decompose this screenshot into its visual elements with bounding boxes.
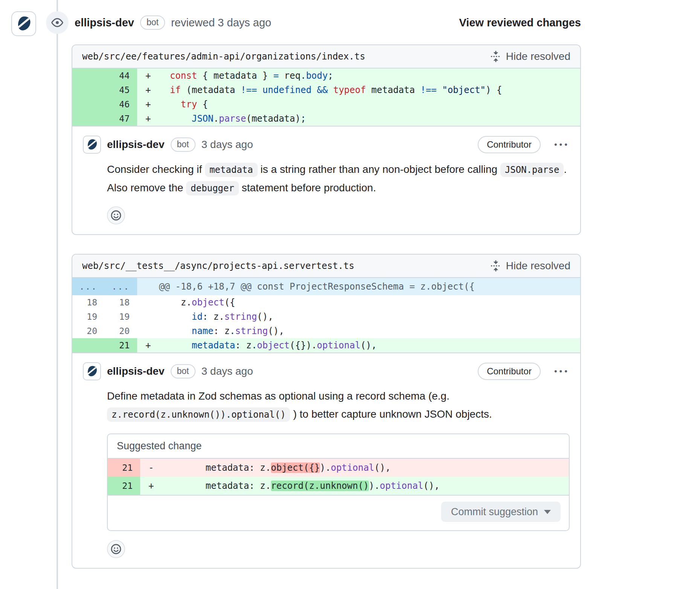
code-token: ; bbox=[328, 70, 333, 81]
code-token: id bbox=[192, 311, 203, 322]
smiley-icon bbox=[110, 543, 122, 555]
new-line-number: 21 bbox=[105, 338, 137, 352]
review-thread-card-2: web/src/__tests__/async/projects-api.ser… bbox=[72, 254, 581, 569]
suggested-change-block: Suggested change 21- metadata: z.object(… bbox=[107, 433, 570, 531]
review-action-text: reviewed 3 days ago bbox=[171, 17, 271, 29]
bot-badge: bot bbox=[140, 15, 165, 30]
code-token: const bbox=[170, 70, 197, 81]
code-token bbox=[159, 326, 192, 336]
code-token: !== bbox=[420, 85, 437, 95]
old-line-number: ... bbox=[72, 278, 105, 295]
hide-resolved-label: Hide resolved bbox=[506, 260, 570, 272]
old-line-number: 18 bbox=[72, 295, 105, 310]
code-token: ({ bbox=[224, 297, 235, 308]
diff-row: 46+ try { bbox=[72, 97, 580, 111]
new-line-number: 21 bbox=[108, 459, 140, 477]
file-header: web/src/__tests__/async/projects-api.ser… bbox=[72, 255, 580, 278]
comment-timestamp[interactable]: 3 days ago bbox=[202, 365, 253, 377]
code-token: record(z.unknown() bbox=[271, 481, 369, 491]
code-token bbox=[159, 340, 192, 351]
old-line-number bbox=[72, 97, 105, 111]
diff-row: 47+ JSON.parse(metadata); bbox=[72, 111, 580, 126]
code-token bbox=[159, 99, 181, 110]
file-path-link[interactable]: web/src/__tests__/async/projects-api.ser… bbox=[82, 261, 354, 271]
code-token bbox=[257, 85, 262, 95]
code-token: optional bbox=[380, 481, 423, 491]
commit-suggestion-button[interactable]: Commit suggestion bbox=[441, 502, 561, 522]
code-line: + try { bbox=[137, 97, 580, 111]
new-line-number: 19 bbox=[105, 310, 137, 324]
code-token: body bbox=[306, 70, 328, 81]
view-reviewed-changes-link[interactable]: View reviewed changes bbox=[459, 17, 581, 29]
comment-author[interactable]: ellipsis-dev bbox=[107, 365, 165, 377]
hide-resolved-button[interactable]: Hide resolved bbox=[490, 50, 570, 63]
diff-marker: + bbox=[137, 111, 159, 126]
new-line-number: 20 bbox=[105, 324, 137, 338]
code-token: metadata bbox=[366, 85, 420, 95]
code-token: : z. bbox=[214, 326, 235, 336]
code-token bbox=[159, 113, 192, 124]
bot-badge: bot bbox=[171, 137, 196, 152]
comment-timestamp[interactable]: 3 days ago bbox=[202, 139, 253, 151]
comment-body: Consider checking if metadata is a strin… bbox=[107, 160, 570, 197]
code-token: ). bbox=[369, 481, 380, 491]
suggestion-diff-table: 21- metadata: z.object({}).optional(),21… bbox=[108, 458, 569, 496]
inline-code: JSON.parse bbox=[500, 163, 564, 177]
review-comment: ellipsis-dev bot 3 days ago Contributor … bbox=[72, 126, 580, 234]
code-line: z.object({ bbox=[137, 295, 580, 310]
new-line-number: ... bbox=[105, 278, 137, 295]
add-reaction-button[interactable] bbox=[107, 540, 125, 558]
code-token: (), bbox=[257, 311, 273, 322]
old-line-number: 20 bbox=[72, 324, 105, 338]
code-token: name bbox=[192, 326, 214, 336]
diff-row: 21- metadata: z.object({}).optional(), bbox=[108, 459, 569, 477]
code-token: metadata bbox=[192, 340, 235, 351]
dropdown-caret-icon bbox=[544, 510, 551, 514]
code-line: name: z.string(), bbox=[137, 324, 580, 338]
ellipsis-logo-icon bbox=[86, 365, 98, 378]
reviewer-name[interactable]: ellipsis-dev bbox=[75, 17, 134, 29]
file-path-link[interactable]: web/src/ee/features/admin-api/organizati… bbox=[82, 51, 365, 62]
code-token: object bbox=[257, 340, 290, 351]
suggestion-footer: Commit suggestion bbox=[108, 496, 569, 530]
code-token bbox=[437, 85, 442, 95]
commit-suggestion-label: Commit suggestion bbox=[451, 506, 538, 518]
add-reaction-button[interactable] bbox=[107, 206, 125, 224]
code-token: metadata: z. bbox=[162, 481, 271, 491]
hide-resolved-button[interactable]: Hide resolved bbox=[490, 260, 570, 272]
code-line: @@ -18,6 +18,7 @@ const ProjectResponseS… bbox=[137, 278, 580, 295]
code-token: (), bbox=[374, 462, 391, 473]
code-token: undefined bbox=[263, 85, 312, 95]
code-token: metadata: z. bbox=[162, 462, 271, 473]
code-token: = bbox=[273, 70, 278, 81]
comment-avatar bbox=[83, 362, 101, 380]
code-line: + metadata: z.object({}).optional(), bbox=[137, 338, 580, 352]
contributor-badge: Contributor bbox=[478, 363, 541, 380]
new-line-number: 21 bbox=[108, 477, 140, 495]
comment-avatar bbox=[83, 136, 101, 154]
eye-badge bbox=[46, 11, 69, 34]
kebab-menu-icon[interactable]: ••• bbox=[554, 140, 570, 150]
kebab-menu-icon[interactable]: ••• bbox=[554, 366, 570, 376]
code-line: id: z.string(), bbox=[137, 310, 580, 324]
comment-author[interactable]: ellipsis-dev bbox=[107, 139, 165, 151]
code-token: "object" bbox=[442, 85, 486, 95]
old-line-number bbox=[72, 83, 105, 97]
diff-row: 2020 name: z.string(), bbox=[72, 324, 580, 338]
code-token: { bbox=[197, 99, 208, 110]
new-line-number: 45 bbox=[105, 83, 137, 97]
diff-marker: + bbox=[137, 338, 159, 352]
ellipsis-logo-icon bbox=[86, 138, 98, 151]
code-line: + const { metadata } = req.body; bbox=[137, 69, 580, 83]
code-token: parse bbox=[219, 113, 246, 124]
code-token: JSON bbox=[192, 113, 214, 124]
diff-marker: + bbox=[137, 83, 159, 97]
ellipsis-logo-icon bbox=[15, 15, 32, 32]
code-token: optional bbox=[331, 462, 374, 473]
inline-code: metadata bbox=[205, 163, 258, 177]
code-token: string bbox=[224, 311, 257, 322]
code-token: string bbox=[235, 326, 268, 336]
diff-row: 21+ metadata: z.object({}).optional(), bbox=[72, 338, 580, 352]
code-token: optional bbox=[317, 340, 361, 351]
hide-resolved-label: Hide resolved bbox=[506, 50, 570, 63]
